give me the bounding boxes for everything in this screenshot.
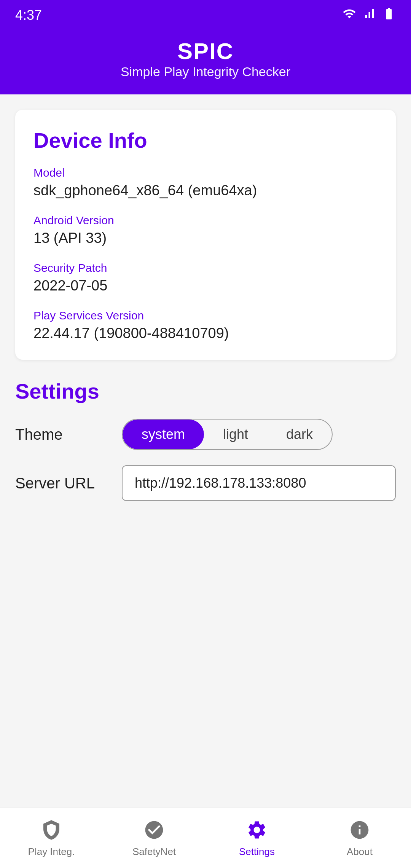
status-time: 4:37	[15, 7, 42, 23]
app-header: SPIC Simple Play Integrity Checker	[0, 30, 411, 94]
theme-label: Theme	[15, 426, 122, 443]
nav-play-integ[interactable]: Play Integ.	[0, 818, 103, 858]
nav-settings[interactable]: Settings	[206, 818, 308, 858]
model-value: sdk_gphone64_x86_64 (emu64xa)	[33, 182, 378, 199]
theme-dark-button[interactable]: dark	[267, 420, 332, 449]
nav-safety-net[interactable]: SafetyNet	[103, 818, 206, 858]
model-field: Model sdk_gphone64_x86_64 (emu64xa)	[33, 166, 378, 199]
device-info-title: Device Info	[33, 128, 378, 153]
server-url-label: Server URL	[15, 475, 122, 492]
settings-section: Settings Theme system light dark Server …	[15, 379, 396, 501]
app-title: SPIC	[15, 38, 396, 64]
theme-toggle: system light dark	[122, 419, 333, 450]
server-url-row: Server URL	[15, 465, 396, 501]
about-label: About	[347, 846, 373, 858]
bottom-navigation: Play Integ. SafetyNet Settings About	[0, 807, 411, 868]
main-content: Device Info Model sdk_gphone64_x86_64 (e…	[0, 94, 411, 818]
safety-net-icon	[142, 818, 166, 842]
nav-about[interactable]: About	[308, 818, 411, 858]
theme-light-button[interactable]: light	[204, 420, 267, 449]
play-services-value: 22.44.17 (190800-488410709)	[33, 325, 378, 341]
security-patch-value: 2022-07-05	[33, 278, 378, 294]
play-integ-label: Play Integ.	[28, 846, 75, 858]
theme-row: Theme system light dark	[15, 419, 396, 450]
wifi-icon	[342, 7, 356, 24]
play-integ-icon	[39, 818, 64, 842]
play-services-label: Play Services Version	[33, 309, 378, 322]
android-version-value: 13 (API 33)	[33, 230, 378, 246]
android-version-label: Android Version	[33, 214, 378, 227]
battery-icon	[382, 7, 396, 24]
security-patch-field: Security Patch 2022-07-05	[33, 262, 378, 294]
signal-icon	[362, 7, 376, 24]
theme-system-button[interactable]: system	[123, 420, 204, 449]
play-services-field: Play Services Version 22.44.17 (190800-4…	[33, 309, 378, 341]
model-label: Model	[33, 166, 378, 179]
app-subtitle: Simple Play Integrity Checker	[15, 64, 396, 79]
security-patch-label: Security Patch	[33, 262, 378, 274]
safety-net-label: SafetyNet	[132, 846, 176, 858]
settings-title: Settings	[15, 379, 396, 404]
server-url-input[interactable]	[122, 465, 396, 501]
about-icon	[347, 818, 372, 842]
settings-nav-label: Settings	[239, 846, 275, 858]
status-bar: 4:37	[0, 0, 411, 30]
settings-nav-icon	[245, 818, 269, 842]
status-icons	[342, 7, 396, 24]
device-info-card: Device Info Model sdk_gphone64_x86_64 (e…	[15, 110, 396, 360]
android-version-field: Android Version 13 (API 33)	[33, 214, 378, 246]
